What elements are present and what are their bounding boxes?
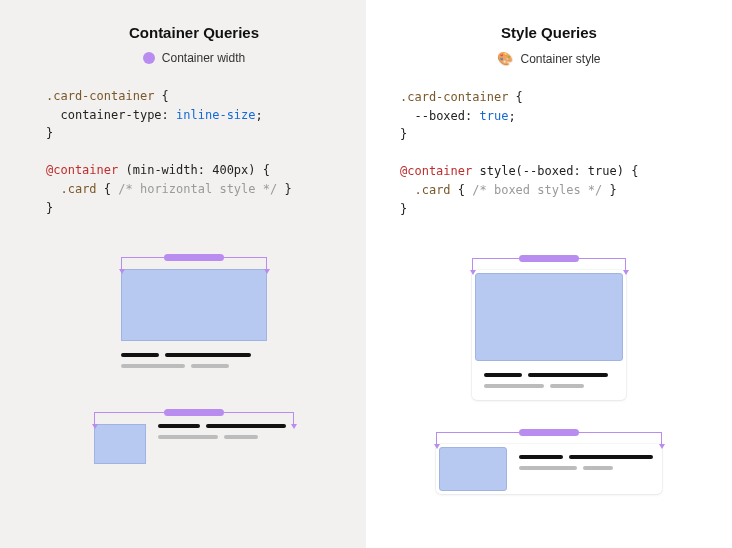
heading-style-queries: Style Queries [501,24,597,41]
text-line [165,353,251,357]
text-line [519,455,563,459]
style-queries-column: Style Queries 🎨 Container style .card-co… [366,0,732,548]
image-placeholder [439,447,507,491]
card-boxed-horizontal [436,444,662,494]
legend-text: Container style [520,52,600,66]
text-line [224,435,258,439]
width-indicator-icon [94,404,294,428]
legend-text: Container width [162,51,245,65]
card-horizontal [94,424,294,464]
text-line [519,466,577,470]
card-vertical [121,269,267,368]
illustration-container-queries [46,249,342,464]
code-snippet-container-queries: .card-container { container-type: inline… [46,87,342,217]
image-placeholder [475,273,623,361]
legend-container-style: 🎨 Container style [497,51,600,66]
width-indicator-icon [436,424,662,448]
text-line [121,353,159,357]
width-indicator-icon [121,249,267,273]
width-indicator-icon [472,250,626,274]
text-line [158,435,218,439]
illustration-style-queries [400,250,698,494]
legend-container-width: Container width [143,51,245,65]
image-placeholder [121,269,267,341]
palette-icon: 🎨 [497,51,513,66]
text-line [550,384,584,388]
text-line [484,384,544,388]
container-queries-column: Container Queries Container width .card-… [0,0,366,548]
text-line [569,455,653,459]
text-line [528,373,608,377]
text-line [121,364,185,368]
heading-container-queries: Container Queries [129,24,259,41]
card-boxed-vertical [472,270,626,400]
purple-dot-icon [143,52,155,64]
text-line [484,373,522,377]
text-line [583,466,613,470]
image-placeholder [94,424,146,464]
code-snippet-style-queries: .card-container { --boxed: true; } @cont… [400,88,698,218]
text-line [191,364,229,368]
